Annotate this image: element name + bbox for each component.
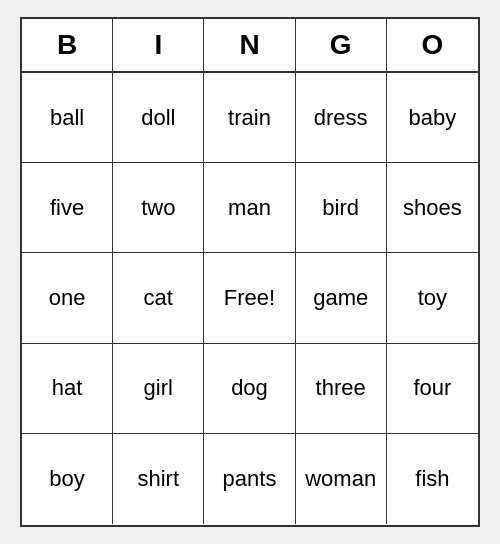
- cell-text-7: man: [228, 195, 271, 221]
- cell-text-14: toy: [418, 285, 447, 311]
- bingo-cell-10[interactable]: one: [22, 253, 113, 343]
- cell-text-9: shoes: [403, 195, 462, 221]
- bingo-cell-15[interactable]: hat: [22, 344, 113, 434]
- cell-text-4: baby: [409, 105, 457, 131]
- cell-text-1: doll: [141, 105, 175, 131]
- bingo-grid: balldolltraindressbabyfivetwomanbirdshoe…: [22, 73, 478, 524]
- bingo-cell-17[interactable]: dog: [204, 344, 295, 434]
- bingo-cell-16[interactable]: girl: [113, 344, 204, 434]
- cell-text-8: bird: [322, 195, 359, 221]
- bingo-cell-21[interactable]: shirt: [113, 434, 204, 524]
- bingo-cell-1[interactable]: doll: [113, 73, 204, 163]
- bingo-cell-12[interactable]: Free!: [204, 253, 295, 343]
- cell-text-16: girl: [144, 375, 173, 401]
- cell-text-23: woman: [305, 466, 376, 492]
- bingo-cell-13[interactable]: game: [296, 253, 387, 343]
- bingo-cell-5[interactable]: five: [22, 163, 113, 253]
- cell-text-5: five: [50, 195, 84, 221]
- bingo-cell-14[interactable]: toy: [387, 253, 478, 343]
- bingo-cell-0[interactable]: ball: [22, 73, 113, 163]
- bingo-cell-20[interactable]: boy: [22, 434, 113, 524]
- header-i: I: [113, 19, 204, 71]
- bingo-cell-2[interactable]: train: [204, 73, 295, 163]
- cell-text-18: three: [316, 375, 366, 401]
- bingo-cell-19[interactable]: four: [387, 344, 478, 434]
- cell-text-20: boy: [49, 466, 84, 492]
- bingo-cell-24[interactable]: fish: [387, 434, 478, 524]
- cell-text-0: ball: [50, 105, 84, 131]
- header-g: G: [296, 19, 387, 71]
- header-n: N: [204, 19, 295, 71]
- cell-text-22: pants: [223, 466, 277, 492]
- bingo-cell-8[interactable]: bird: [296, 163, 387, 253]
- cell-text-12: Free!: [224, 285, 275, 311]
- cell-text-21: shirt: [138, 466, 180, 492]
- cell-text-24: fish: [415, 466, 449, 492]
- bingo-cell-22[interactable]: pants: [204, 434, 295, 524]
- cell-text-15: hat: [52, 375, 83, 401]
- header-b: B: [22, 19, 113, 71]
- bingo-header: B I N G O: [22, 19, 478, 73]
- bingo-cell-4[interactable]: baby: [387, 73, 478, 163]
- bingo-cell-11[interactable]: cat: [113, 253, 204, 343]
- bingo-cell-23[interactable]: woman: [296, 434, 387, 524]
- header-o: O: [387, 19, 478, 71]
- cell-text-19: four: [413, 375, 451, 401]
- cell-text-11: cat: [144, 285, 173, 311]
- cell-text-2: train: [228, 105, 271, 131]
- bingo-cell-7[interactable]: man: [204, 163, 295, 253]
- bingo-card: B I N G O balldolltraindressbabyfivetwom…: [20, 17, 480, 527]
- bingo-cell-18[interactable]: three: [296, 344, 387, 434]
- bingo-cell-6[interactable]: two: [113, 163, 204, 253]
- cell-text-3: dress: [314, 105, 368, 131]
- bingo-cell-9[interactable]: shoes: [387, 163, 478, 253]
- bingo-cell-3[interactable]: dress: [296, 73, 387, 163]
- cell-text-17: dog: [231, 375, 268, 401]
- cell-text-10: one: [49, 285, 86, 311]
- cell-text-6: two: [141, 195, 175, 221]
- cell-text-13: game: [313, 285, 368, 311]
